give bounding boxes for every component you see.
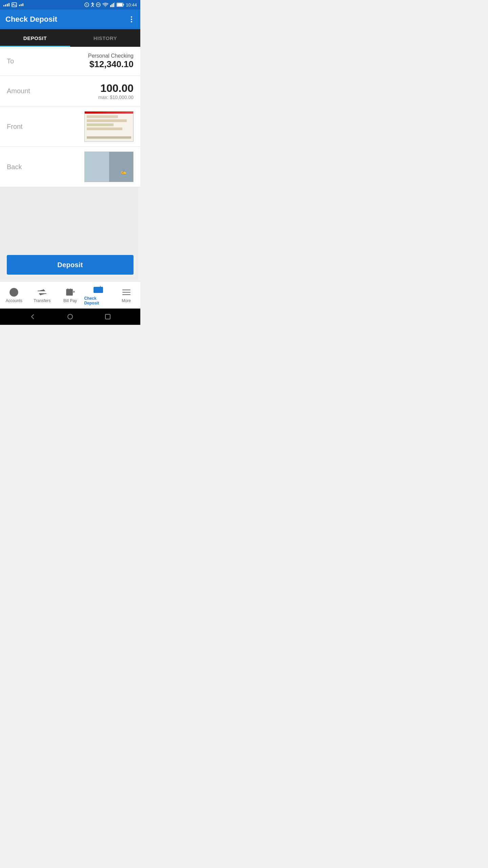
account-balance: $12,340.10 xyxy=(88,59,134,70)
account-name: Personal Checking xyxy=(88,53,134,59)
back-row[interactable]: Back ✍ xyxy=(0,147,140,187)
signal-strength-icon xyxy=(110,2,115,7)
to-row[interactable]: To Personal Checking $12,340.10 xyxy=(0,47,140,76)
android-nav-bar xyxy=(0,309,140,325)
more-nav-icon xyxy=(122,288,131,297)
gray-section xyxy=(0,187,140,255)
amount-value-container: 100.00 max: $10,000.00 xyxy=(98,82,134,100)
overflow-menu-button[interactable] xyxy=(128,14,135,25)
status-left xyxy=(3,2,23,7)
nav-item-billpay[interactable]: Bill Pay xyxy=(56,282,84,309)
svg-rect-15 xyxy=(66,289,73,295)
transfers-icon xyxy=(37,288,47,297)
svg-rect-25 xyxy=(105,314,110,319)
amount-max: max: $10,000.00 xyxy=(98,95,134,100)
svg-text:+: + xyxy=(86,3,88,7)
svg-point-24 xyxy=(68,314,73,319)
tab-history[interactable]: HISTORY xyxy=(70,29,140,47)
back-label: Back xyxy=(7,163,22,171)
image-icon xyxy=(12,2,17,7)
recents-button[interactable] xyxy=(104,313,111,320)
minus-circle-icon xyxy=(96,2,101,7)
check-micr-line xyxy=(87,136,131,139)
page-title: Check Deposit xyxy=(5,15,57,24)
status-bar: + 10:44 xyxy=(0,0,140,9)
wifi-icon xyxy=(102,2,108,7)
to-value: Personal Checking $12,340.10 xyxy=(88,53,134,70)
amount-label: Amount xyxy=(7,87,30,95)
svg-text:$: $ xyxy=(13,290,15,295)
check-front-image[interactable] xyxy=(84,111,134,142)
check-back-signature: ✍ xyxy=(120,169,126,175)
form-content: To Personal Checking $12,340.10 Amount 1… xyxy=(0,47,140,187)
more-dot-2 xyxy=(131,19,132,20)
amount-row[interactable]: Amount 100.00 max: $10,000.00 xyxy=(0,76,140,106)
transfers-label: Transfers xyxy=(34,298,50,303)
home-button[interactable] xyxy=(66,313,74,320)
bluetooth-icon xyxy=(91,2,94,7)
bottom-nav: $ Accounts Transfers Bill Pay xyxy=(0,281,140,309)
svg-rect-8 xyxy=(113,3,114,7)
billpay-label: Bill Pay xyxy=(63,298,77,303)
nav-item-more[interactable]: More xyxy=(112,282,140,309)
check-line-3 xyxy=(87,123,114,126)
check-line-2 xyxy=(87,119,127,122)
front-label: Front xyxy=(7,123,23,131)
amount-value: 100.00 xyxy=(98,82,134,95)
back-button[interactable] xyxy=(29,313,36,320)
signal-bars-2 xyxy=(19,3,23,6)
check-back-image[interactable]: ✍ xyxy=(84,152,134,182)
check-front-content xyxy=(85,114,133,133)
app-bar: Check Deposit xyxy=(0,9,140,29)
check-back-shadow xyxy=(109,152,134,182)
more-label: More xyxy=(122,298,131,303)
nav-item-accounts[interactable]: $ Accounts xyxy=(0,282,28,309)
svg-rect-18 xyxy=(94,287,103,293)
status-right: + 10:44 xyxy=(84,2,137,7)
nav-item-transfers[interactable]: Transfers xyxy=(28,282,56,309)
tab-bar: DEPOSIT HISTORY xyxy=(0,29,140,47)
deposit-button[interactable]: Deposit xyxy=(7,255,134,275)
more-dot-1 xyxy=(131,16,132,18)
check-line-1 xyxy=(87,115,118,118)
sync-icon: + xyxy=(84,2,89,7)
tab-deposit[interactable]: DEPOSIT xyxy=(0,29,70,47)
checkdeposit-label: Check Deposit xyxy=(84,296,112,305)
nav-item-checkdeposit[interactable]: Check Deposit xyxy=(84,282,112,309)
svg-rect-7 xyxy=(111,4,113,7)
accounts-icon: $ xyxy=(9,288,19,297)
battery-icon xyxy=(117,3,124,7)
accounts-label: Accounts xyxy=(6,298,22,303)
billpay-icon xyxy=(65,288,75,297)
checkdeposit-icon xyxy=(94,285,103,295)
deposit-button-container: Deposit xyxy=(0,255,140,281)
front-row[interactable]: Front xyxy=(0,106,140,147)
svg-rect-0 xyxy=(12,3,17,7)
time-display: 10:44 xyxy=(126,2,137,7)
svg-rect-12 xyxy=(117,3,123,6)
svg-rect-6 xyxy=(110,5,111,7)
check-line-4 xyxy=(87,127,122,130)
signal-bars xyxy=(3,3,9,6)
to-label: To xyxy=(7,57,14,65)
more-dot-3 xyxy=(131,21,132,22)
svg-rect-11 xyxy=(123,4,124,5)
svg-rect-9 xyxy=(114,2,115,7)
